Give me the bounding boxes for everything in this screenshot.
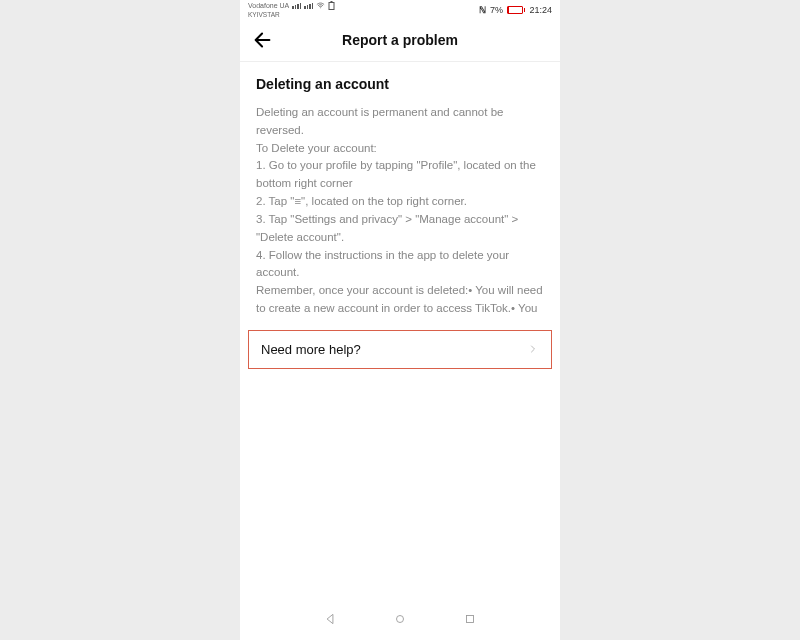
section-title: Deleting an account xyxy=(256,76,544,92)
carrier-1: Vodafone UA xyxy=(248,2,289,9)
svg-point-2 xyxy=(397,616,404,623)
chevron-right-icon xyxy=(527,343,539,355)
android-nav-bar xyxy=(240,602,560,640)
app-header: Report a problem xyxy=(240,18,560,62)
svg-rect-1 xyxy=(331,1,333,3)
wifi-icon xyxy=(316,1,325,10)
nav-recent-icon[interactable] xyxy=(463,612,477,630)
signal-icon-1 xyxy=(292,3,301,9)
clock: 21:24 xyxy=(529,5,552,15)
svg-rect-3 xyxy=(467,616,474,623)
page-title: Report a problem xyxy=(240,32,560,48)
battery-percent: 7% xyxy=(490,5,503,15)
status-left: Vodafone UA KYIVSTAR xyxy=(248,1,335,19)
nav-back-icon[interactable] xyxy=(323,612,337,630)
need-more-help-label: Need more help? xyxy=(261,342,361,357)
status-right: ℕ 7% 21:24 xyxy=(479,5,552,15)
svg-rect-0 xyxy=(329,2,334,9)
battery-small-icon xyxy=(328,1,335,11)
battery-icon xyxy=(507,6,526,14)
content: Deleting an account Deleting an account … xyxy=(240,62,560,318)
signal-icon-2 xyxy=(304,3,313,9)
nfc-icon: ℕ xyxy=(479,5,486,15)
phone-frame: Vodafone UA KYIVSTAR ℕ 7% 21:24 Report a… xyxy=(240,0,560,640)
status-bar: Vodafone UA KYIVSTAR ℕ 7% 21:24 xyxy=(240,0,560,18)
back-button[interactable] xyxy=(252,29,274,51)
nav-home-icon[interactable] xyxy=(393,612,407,630)
need-more-help-button[interactable]: Need more help? xyxy=(248,330,552,369)
body-text: Deleting an account is permanent and can… xyxy=(256,104,544,318)
